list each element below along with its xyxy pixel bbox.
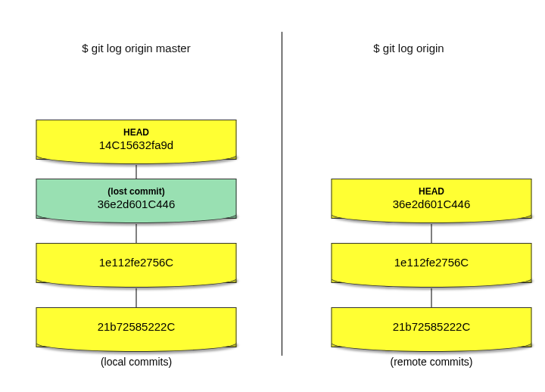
commit-node-lost: (lost commit) 36e2d601C446 <box>36 179 237 219</box>
right-title: $ git log origin <box>272 42 545 54</box>
commit-hash: 21b72585222C <box>37 320 236 334</box>
commit-node: HEAD 36e2d601C446 <box>332 179 532 219</box>
commit-hash: 14C15632fa9d <box>37 138 236 153</box>
commit-label: HEAD <box>37 127 236 138</box>
commit-label: (lost commit) <box>37 186 236 198</box>
commit-hash: 1e112fe2756C <box>332 256 531 270</box>
commit-hash: 36e2d601C446 <box>332 198 531 212</box>
commit-connector <box>136 165 137 179</box>
commit-hash: 36e2d601C446 <box>37 198 236 212</box>
commit-node: 21b72585222C <box>36 307 237 347</box>
left-caption: (local commits) <box>23 356 250 368</box>
commit-connector <box>136 224 137 243</box>
commit-hash: 1e112fe2756C <box>37 256 236 270</box>
commit-connector <box>431 288 432 307</box>
commit-node: 1e112fe2756C <box>36 243 237 283</box>
commit-node: HEAD 14C15632fa9d <box>36 120 237 160</box>
commit-label: HEAD <box>332 186 531 198</box>
vertical-divider <box>282 32 282 356</box>
commit-connector <box>431 224 432 243</box>
left-title: $ git log origin master <box>0 42 272 54</box>
commit-node: 1e112fe2756C <box>332 243 532 283</box>
commit-node: 21b72585222C <box>332 307 532 347</box>
commit-hash: 21b72585222C <box>332 320 531 334</box>
right-caption: (remote commits) <box>318 356 545 368</box>
commit-connector <box>136 288 137 307</box>
